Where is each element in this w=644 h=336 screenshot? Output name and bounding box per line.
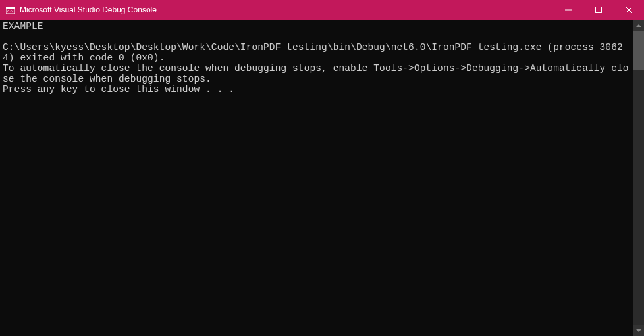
close-button[interactable] xyxy=(614,0,644,20)
maximize-button[interactable] xyxy=(583,0,614,20)
window-controls xyxy=(553,0,644,20)
svg-marker-8 xyxy=(636,329,641,332)
scroll-thumb[interactable] xyxy=(633,31,644,70)
titlebar[interactable]: C:\ Microsoft Visual Studio Debug Consol… xyxy=(0,0,644,20)
svg-marker-7 xyxy=(636,24,641,27)
app-icon: C:\ xyxy=(5,5,16,14)
console-wrapper: EXAMPLE C:\Users\kyess\Desktop\Desktop\W… xyxy=(0,20,644,336)
scroll-down-button[interactable] xyxy=(633,325,644,336)
svg-rect-1 xyxy=(6,7,15,9)
svg-rect-4 xyxy=(596,7,602,13)
vertical-scrollbar[interactable] xyxy=(633,20,644,336)
window-title: Microsoft Visual Studio Debug Console xyxy=(20,5,553,14)
svg-text:C:\: C:\ xyxy=(7,9,13,13)
console-output[interactable]: EXAMPLE C:\Users\kyess\Desktop\Desktop\W… xyxy=(0,20,633,336)
scroll-up-button[interactable] xyxy=(633,20,644,31)
minimize-button[interactable] xyxy=(553,0,583,20)
